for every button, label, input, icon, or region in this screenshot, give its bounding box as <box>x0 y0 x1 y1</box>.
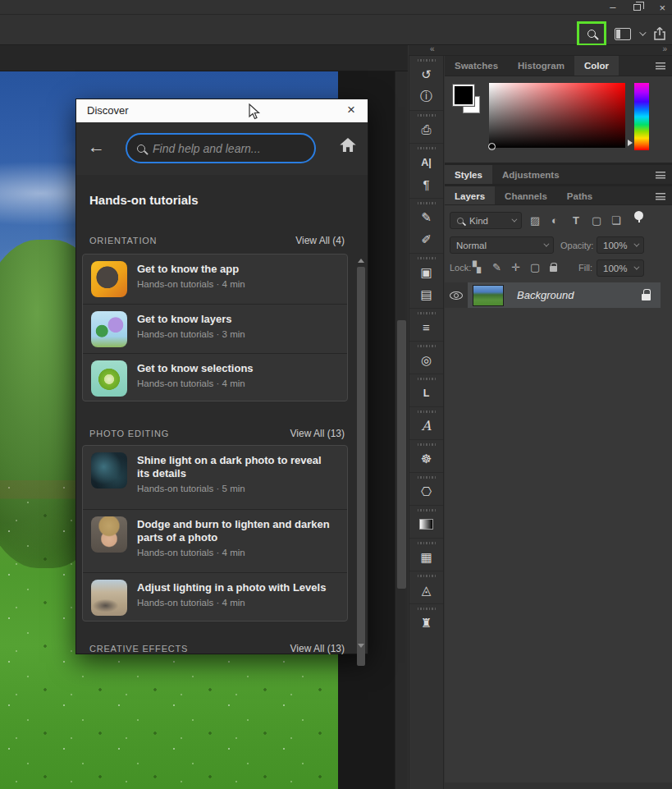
tab-channels[interactable]: Channels <box>495 186 557 204</box>
kind-filter-dropdown[interactable]: Kind <box>450 212 522 229</box>
close-icon[interactable]: × <box>659 2 665 14</box>
drag-grip[interactable] <box>418 59 436 62</box>
tab-paths[interactable]: Paths <box>557 186 602 204</box>
blend-mode-dropdown[interactable]: Normal <box>450 236 554 254</box>
panel-menu-icon[interactable] <box>656 172 665 179</box>
tab-adjustments[interactable]: Adjustments <box>492 165 569 184</box>
drag-grip[interactable] <box>418 312 436 314</box>
share-image-icon[interactable] <box>652 26 667 41</box>
lock-artboard-icon[interactable]: ▢ <box>530 261 540 273</box>
foreground-color-swatch[interactable] <box>453 85 474 106</box>
paragraph-icon[interactable]: ¶ <box>409 173 443 195</box>
drag-grip[interactable] <box>418 147 436 149</box>
layer-lock-icon[interactable] <box>642 294 651 300</box>
layer-row-background[interactable]: Background <box>468 282 661 308</box>
opacity-dropdown[interactable]: 100% <box>597 236 644 254</box>
tab-swatches[interactable]: Swatches <box>445 56 508 76</box>
history-icon[interactable]: ↺ <box>409 63 443 85</box>
search-icon[interactable] <box>587 30 596 38</box>
info-icon[interactable]: ⓘ <box>409 85 443 108</box>
tab-color[interactable]: Color <box>574 56 619 76</box>
lock-position-icon[interactable]: ✛ <box>511 261 520 273</box>
tab-styles[interactable]: Styles <box>445 165 492 184</box>
drag-grip[interactable] <box>418 608 436 610</box>
brushes-icon[interactable]: ✐ <box>409 228 443 250</box>
discover-scrollbar[interactable] <box>354 175 368 654</box>
tab-histogram[interactable]: Histogram <box>508 56 574 76</box>
clone-source-icon[interactable]: ⎙ <box>409 118 443 140</box>
shapes-icon[interactable]: ◬ <box>409 579 443 601</box>
3d-icon[interactable]: ⎔ <box>409 480 443 502</box>
fill-dropdown[interactable]: 100% <box>597 259 644 277</box>
filter-shape-layers-icon[interactable]: ▢ <box>592 214 601 227</box>
workspace-panel-icon[interactable] <box>615 28 631 40</box>
panel-menu-icon[interactable] <box>656 193 665 200</box>
filter-adjustment-layers-icon[interactable]: ◐ <box>551 214 558 227</box>
glyphs-icon[interactable]: A <box>409 415 443 437</box>
materials-icon[interactable]: ♜ <box>409 612 443 634</box>
view-all-link[interactable]: View All (13) <box>290 428 345 439</box>
tutorial-card[interactable]: Dodge and burn to lighten and darken par… <box>83 509 347 572</box>
view-all-link[interactable]: View All (13) <box>290 643 345 654</box>
hue-slider[interactable] <box>634 83 649 150</box>
drag-grip[interactable] <box>418 575 436 577</box>
tutorial-card[interactable]: Shine light on a dark photo to reveal it… <box>83 446 347 509</box>
properties-icon[interactable]: ≡ <box>409 316 443 338</box>
saturation-brightness-field[interactable] <box>489 83 625 148</box>
minimize-icon[interactable]: – <box>610 3 615 11</box>
drag-grip[interactable] <box>418 345 436 347</box>
tutorial-card[interactable]: Get to know the app Hands-on tutorials ·… <box>83 255 347 304</box>
home-icon[interactable] <box>340 138 356 155</box>
character-styles-icon[interactable]: L <box>409 382 443 404</box>
navigator-icon[interactable]: ☸ <box>409 447 443 470</box>
drag-grip[interactable] <box>418 114 436 117</box>
back-arrow-icon[interactable]: ← <box>88 137 105 157</box>
view-all-link[interactable]: View All (4) <box>295 235 345 246</box>
lock-all-icon[interactable] <box>550 266 557 272</box>
drag-grip[interactable] <box>418 509 436 511</box>
filter-toggle-pin[interactable] <box>634 211 643 220</box>
share-icon[interactable]: ◎ <box>409 349 443 371</box>
canvas-vertical-scrollbar[interactable] <box>395 71 408 789</box>
canvas-scrollbar-thumb[interactable] <box>397 320 406 589</box>
tutorial-card[interactable]: Get to know selections Hands-on tutorial… <box>83 353 347 401</box>
eye-icon[interactable] <box>450 291 463 300</box>
scroll-up-icon[interactable] <box>358 259 364 263</box>
lock-paint-icon[interactable]: ✎ <box>492 261 501 273</box>
collapse-panels-icon[interactable]: » <box>662 44 667 53</box>
libraries-icon[interactable]: ▣ <box>409 261 443 283</box>
tutorial-meta: Hands-on tutorials · 4 min <box>137 279 245 289</box>
brush-settings-icon[interactable]: ✎ <box>409 206 443 228</box>
tutorial-card[interactable]: Adjust lighting in a photo with Levels H… <box>83 572 347 621</box>
drag-grip[interactable] <box>418 202 436 204</box>
discover-search-box[interactable] <box>126 133 316 163</box>
drag-grip[interactable] <box>418 411 436 413</box>
patterns-icon[interactable]: ▦ <box>409 546 443 568</box>
drag-grip[interactable] <box>418 476 436 479</box>
tutorial-card[interactable]: Get to know layers Hands-on tutorials · … <box>83 304 347 353</box>
drag-grip[interactable] <box>418 378 436 380</box>
drag-grip[interactable] <box>418 257 436 259</box>
expand-panels-icon[interactable]: « <box>430 44 435 53</box>
panel-menu-icon[interactable] <box>656 62 665 70</box>
lock-transparency-icon[interactable]: ▚ <box>473 261 481 273</box>
color-picker-marker[interactable] <box>488 143 496 150</box>
filter-type-layers-icon[interactable]: T <box>573 214 579 227</box>
scroll-down-icon[interactable] <box>358 644 364 648</box>
layer-visibility-cell[interactable] <box>445 282 468 308</box>
restore-icon[interactable] <box>633 4 641 11</box>
gradients-icon[interactable] <box>409 513 443 535</box>
notes-icon[interactable]: ▤ <box>409 283 443 305</box>
layer-thumbnail[interactable] <box>473 285 504 306</box>
close-icon[interactable]: × <box>341 99 361 122</box>
filter-pixel-layers-icon[interactable]: ▨ <box>530 214 540 227</box>
drag-grip[interactable] <box>418 542 436 544</box>
discover-scrollbar-thumb[interactable] <box>357 267 365 666</box>
tab-layers[interactable]: Layers <box>445 186 495 204</box>
search-highlight-box[interactable] <box>577 21 606 46</box>
search-input[interactable] <box>153 142 304 155</box>
drag-grip[interactable] <box>418 443 436 446</box>
chevron-down-icon[interactable] <box>639 29 646 35</box>
filter-smart-objects-icon[interactable]: ❏ <box>611 214 621 227</box>
character-icon[interactable]: A| <box>409 151 443 173</box>
